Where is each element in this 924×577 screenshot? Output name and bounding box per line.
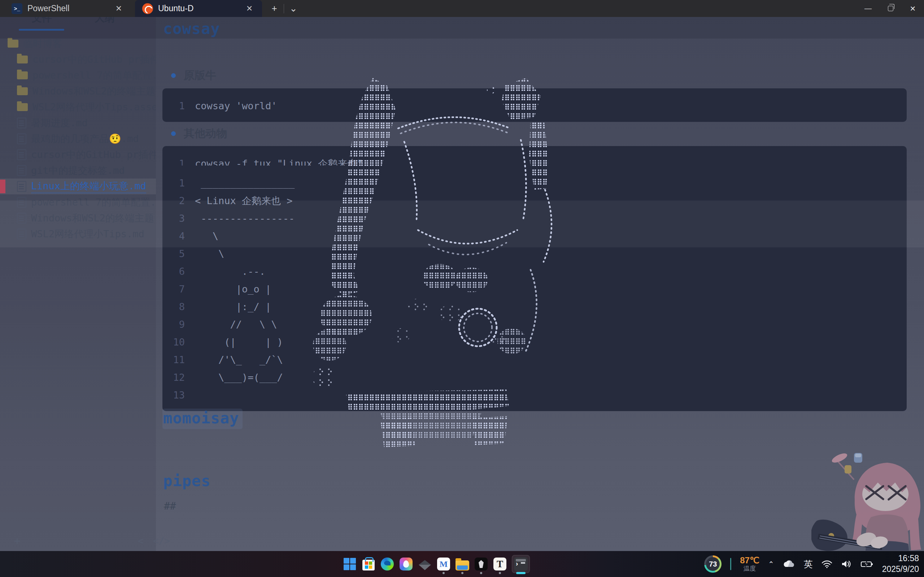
file-icon bbox=[17, 181, 26, 192]
edge-button[interactable] bbox=[380, 557, 394, 571]
file-tree-item[interactable]: 临时博客 bbox=[0, 36, 156, 52]
windows-logo-icon bbox=[344, 558, 356, 570]
tab-files[interactable]: 文件 bbox=[32, 17, 52, 25]
file-tree-item[interactable]: Linux上的终端小玩意.md bbox=[0, 179, 156, 194]
code-line: 2< Linux 企鹅来也 > bbox=[162, 192, 907, 210]
close-tab-icon[interactable]: ✕ bbox=[113, 3, 125, 15]
code-line: 11 /'\_ _/`\ bbox=[162, 351, 907, 369]
store-icon bbox=[362, 560, 375, 571]
file-label: Windows和WSL2的终端主题.assets bbox=[32, 85, 156, 98]
code-line: 4 \ bbox=[162, 227, 907, 245]
hashes-text: ## bbox=[164, 500, 176, 512]
musicfree-button[interactable]: M bbox=[437, 557, 451, 571]
file-icon bbox=[17, 197, 26, 208]
window-controls: — ✕ bbox=[857, 0, 924, 17]
taskbar: M T › 73 87℃ 温度 ⌃ 英 bbox=[0, 551, 924, 577]
gem-icon bbox=[419, 565, 431, 570]
code-line: 13 bbox=[162, 386, 907, 404]
bullet-dot bbox=[171, 73, 176, 78]
wifi-icon[interactable] bbox=[822, 560, 832, 568]
ime-language-indicator[interactable]: 英 bbox=[804, 558, 813, 570]
battery-charging-icon[interactable] bbox=[861, 560, 874, 568]
code-line: 8 |:_/ | bbox=[162, 298, 907, 316]
file-label: 临时博客 bbox=[23, 37, 62, 50]
restore-icon bbox=[888, 6, 893, 11]
bullet-dot bbox=[171, 131, 176, 136]
file-tree-item[interactable]: cursor中的GitHub pr插件在wsl中 bbox=[0, 52, 156, 68]
running-indicator bbox=[480, 572, 482, 574]
restore-button[interactable] bbox=[879, 0, 901, 17]
terminal-button[interactable]: › bbox=[514, 557, 528, 571]
temperature-widget[interactable]: 87℃ 温度 bbox=[740, 556, 759, 572]
file-tree-item[interactable]: Windows和WSL2的终端主题.assets bbox=[0, 83, 156, 99]
file-icon bbox=[17, 213, 26, 224]
ubuntu-icon bbox=[142, 3, 153, 14]
terminal-active-slot: › bbox=[512, 555, 530, 573]
folder-icon bbox=[8, 40, 18, 48]
m-letter-icon: M bbox=[437, 558, 450, 571]
code-line: 9 // \ \ bbox=[162, 316, 907, 333]
file-label: Linux上的终端小玩意.md bbox=[31, 180, 146, 193]
file-label: 暑期进度.md bbox=[31, 116, 88, 129]
cpu-gauge[interactable]: 73 bbox=[704, 555, 722, 573]
close-tab-icon[interactable]: ✕ bbox=[243, 3, 255, 15]
terminal-tab-bar: >_ PowerShell ✕ Ubuntu-D ✕ + ⌄ — ✕ bbox=[0, 0, 924, 17]
tabbar-separator bbox=[284, 4, 284, 13]
terminal-icon: › bbox=[514, 557, 528, 571]
editor-sidebar: 文件 大纲 临时博客cursor中的GitHub pr插件在wsl中powers… bbox=[0, 17, 156, 551]
gem-app-button[interactable] bbox=[418, 557, 432, 571]
file-icon bbox=[17, 149, 26, 160]
bullet-original-cow: 原版牛 bbox=[171, 68, 216, 83]
file-label: WSL2网络代理小Tips.assets bbox=[32, 101, 156, 114]
tab-outline[interactable]: 大纲 bbox=[95, 17, 115, 25]
volume-icon[interactable] bbox=[841, 560, 852, 568]
new-tab-button[interactable]: + bbox=[267, 0, 281, 17]
file-label: 最鸡肋的几项产品🤨.md bbox=[31, 132, 139, 145]
code-line: 3 ---------------- bbox=[162, 210, 907, 227]
file-explorer-button[interactable] bbox=[456, 557, 469, 571]
heading-pipes: pipes bbox=[163, 472, 210, 490]
hidden-icons-chevron[interactable]: ⌃ bbox=[768, 560, 774, 568]
file-tree-item[interactable]: powershell 7的简单配置.md bbox=[0, 194, 156, 210]
sidebar-footer: + < </> bbox=[0, 533, 156, 551]
file-tree-item[interactable]: powershell 7的简单配置.assets bbox=[0, 68, 156, 83]
minimize-button[interactable]: — bbox=[857, 0, 879, 17]
heading-momoisay: momoisay bbox=[163, 409, 239, 427]
running-indicator bbox=[499, 572, 501, 574]
tab-ubuntu[interactable]: Ubuntu-D ✕ bbox=[135, 0, 262, 17]
clock[interactable]: 16:58 2025/9/20 bbox=[882, 553, 919, 575]
file-tree-item[interactable]: WSL2网络代理小Tips.assets bbox=[0, 99, 156, 115]
file-label: cursor中的GitHub pr插件在wsl中 bbox=[32, 53, 156, 66]
file-icon bbox=[17, 229, 26, 239]
collapse-sidebar-button[interactable]: < bbox=[138, 535, 144, 546]
copilot-button[interactable] bbox=[399, 557, 413, 571]
tab-dropdown-button[interactable]: ⌄ bbox=[286, 0, 300, 17]
microsoft-store-button[interactable] bbox=[362, 557, 375, 571]
file-label: cursor中的GitHub pr插件在wsl中 bbox=[31, 148, 156, 161]
code-line: 5 \ bbox=[162, 245, 907, 263]
sidebar-tab-strip: 文件 大纲 bbox=[0, 17, 156, 33]
close-button[interactable]: ✕ bbox=[901, 0, 924, 17]
file-tree-item[interactable]: git中的提交标签.md bbox=[0, 163, 156, 179]
start-button[interactable] bbox=[343, 557, 357, 571]
file-icon bbox=[17, 165, 26, 176]
code-block-tux-output[interactable]: 1 ________________2< Linux 企鹅来也 >3 -----… bbox=[162, 166, 907, 411]
active-indicator bbox=[516, 572, 525, 574]
add-file-button[interactable]: + bbox=[14, 534, 21, 548]
typora-button[interactable]: T bbox=[493, 557, 507, 571]
code-line: 7 |o_o | bbox=[162, 280, 907, 298]
active-tab-underline bbox=[19, 29, 64, 31]
running-indicator bbox=[443, 572, 445, 574]
onedrive-icon[interactable] bbox=[783, 560, 795, 568]
file-icon bbox=[17, 118, 26, 128]
file-tree-item[interactable]: WSL2网络代理小Tips.md bbox=[0, 226, 156, 242]
dark-app-button[interactable] bbox=[474, 557, 488, 571]
file-tree-item[interactable]: Windows和WSL2的终端主题.md bbox=[0, 210, 156, 226]
code-line: 1cowsay 'world' bbox=[162, 97, 907, 115]
tab-powershell[interactable]: >_ PowerShell ✕ bbox=[4, 0, 131, 17]
file-tree-item[interactable]: cursor中的GitHub pr插件在wsl中 bbox=[0, 147, 156, 163]
file-tree-item[interactable]: 最鸡肋的几项产品🤨.md bbox=[0, 131, 156, 147]
code-block-cowsay-world[interactable]: 1cowsay 'world' bbox=[162, 89, 907, 122]
file-icon bbox=[17, 134, 26, 144]
file-tree-item[interactable]: 暑期进度.md bbox=[0, 115, 156, 131]
